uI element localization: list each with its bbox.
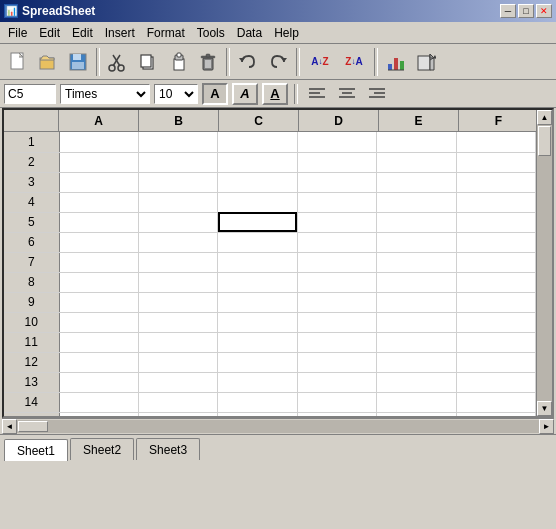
restore-button[interactable]: □	[518, 4, 534, 18]
cell-D10[interactable]	[297, 312, 376, 332]
cell-B4[interactable]	[138, 192, 217, 212]
cell-C6[interactable]	[218, 232, 297, 252]
cell-E13[interactable]	[377, 372, 456, 392]
menu-insert[interactable]: Insert	[99, 24, 141, 42]
paste-button[interactable]	[164, 48, 192, 76]
col-header-d[interactable]: D	[299, 110, 379, 131]
cell-E3[interactable]	[377, 172, 456, 192]
cut-button[interactable]	[104, 48, 132, 76]
minimize-button[interactable]: ─	[500, 4, 516, 18]
vertical-scrollbar[interactable]: ▲ ▼	[536, 110, 552, 416]
cell-D4[interactable]	[297, 192, 376, 212]
undo-button[interactable]	[234, 48, 262, 76]
cell-F10[interactable]	[456, 312, 535, 332]
cell-A7[interactable]	[59, 252, 138, 272]
row-num-8[interactable]: 8	[4, 272, 59, 292]
cell-D2[interactable]	[297, 152, 376, 172]
horizontal-scrollbar[interactable]: ◄ ►	[2, 418, 554, 434]
cell-C1[interactable]	[218, 132, 297, 152]
cell-A12[interactable]	[59, 352, 138, 372]
sheet-tab-3[interactable]: Sheet3	[136, 438, 200, 460]
cell-B3[interactable]	[138, 172, 217, 192]
cell-B1[interactable]	[138, 132, 217, 152]
cell-D3[interactable]	[297, 172, 376, 192]
cell-F6[interactable]	[456, 232, 535, 252]
cell-C3[interactable]	[218, 172, 297, 192]
row-num-13[interactable]: 13	[4, 372, 59, 392]
cell-C14[interactable]	[218, 392, 297, 412]
cell-E10[interactable]	[377, 312, 456, 332]
cell-F5[interactable]	[456, 212, 535, 232]
cell-C10[interactable]	[218, 312, 297, 332]
cell-D12[interactable]	[297, 352, 376, 372]
cell-C8[interactable]	[218, 272, 297, 292]
cell-F4[interactable]	[456, 192, 535, 212]
italic-button[interactable]: A	[232, 83, 258, 105]
cell-F1[interactable]	[456, 132, 535, 152]
col-header-a[interactable]: A	[59, 110, 139, 131]
cell-C2[interactable]	[218, 152, 297, 172]
col-header-c[interactable]: C	[219, 110, 299, 131]
chart-button[interactable]	[382, 48, 410, 76]
scroll-thumb-v[interactable]	[538, 126, 551, 156]
sort-asc-button[interactable]: A↓Z	[304, 48, 336, 76]
row-num-12[interactable]: 12	[4, 352, 59, 372]
cell-A6[interactable]	[59, 232, 138, 252]
cell-D15[interactable]	[297, 412, 376, 416]
scroll-left-button[interactable]: ◄	[2, 419, 17, 434]
cell-B11[interactable]	[138, 332, 217, 352]
cell-A13[interactable]	[59, 372, 138, 392]
underline-button[interactable]: A	[262, 83, 288, 105]
cell-C4[interactable]	[218, 192, 297, 212]
open-button[interactable]	[34, 48, 62, 76]
row-num-15[interactable]: 15	[4, 412, 59, 416]
row-num-11[interactable]: 11	[4, 332, 59, 352]
cell-D5[interactable]	[297, 212, 376, 232]
cell-A2[interactable]	[59, 152, 138, 172]
row-num-3[interactable]: 3	[4, 172, 59, 192]
cell-D8[interactable]	[297, 272, 376, 292]
cell-C7[interactable]	[218, 252, 297, 272]
cell-B9[interactable]	[138, 292, 217, 312]
cell-A15[interactable]	[59, 412, 138, 416]
delete-button[interactable]	[194, 48, 222, 76]
scroll-track-h[interactable]	[17, 420, 539, 433]
cell-F3[interactable]	[456, 172, 535, 192]
cell-F7[interactable]	[456, 252, 535, 272]
cell-A11[interactable]	[59, 332, 138, 352]
cell-B12[interactable]	[138, 352, 217, 372]
cell-D13[interactable]	[297, 372, 376, 392]
cell-E1[interactable]	[377, 132, 456, 152]
cell-A5[interactable]	[59, 212, 138, 232]
align-center-button[interactable]	[334, 83, 360, 105]
cell-D11[interactable]	[297, 332, 376, 352]
sheet-tab-2[interactable]: Sheet2	[70, 438, 134, 460]
cell-E15[interactable]	[377, 412, 456, 416]
cell-D7[interactable]	[297, 252, 376, 272]
cell-F11[interactable]	[456, 332, 535, 352]
cell-F14[interactable]	[456, 392, 535, 412]
cell-A8[interactable]	[59, 272, 138, 292]
export-button[interactable]	[412, 48, 440, 76]
cell-E8[interactable]	[377, 272, 456, 292]
font-size-select[interactable]: 10 8 9 11 12 14	[154, 84, 198, 104]
cell-E11[interactable]	[377, 332, 456, 352]
save-button[interactable]	[64, 48, 92, 76]
menu-edit-1[interactable]: Edit	[33, 24, 66, 42]
cell-F9[interactable]	[456, 292, 535, 312]
row-num-1[interactable]: 1	[4, 132, 59, 152]
cell-E5[interactable]	[377, 212, 456, 232]
cell-E7[interactable]	[377, 252, 456, 272]
menu-help[interactable]: Help	[268, 24, 305, 42]
row-num-9[interactable]: 9	[4, 292, 59, 312]
menu-tools[interactable]: Tools	[191, 24, 231, 42]
row-num-10[interactable]: 10	[4, 312, 59, 332]
sort-desc-button[interactable]: Z↓A	[338, 48, 370, 76]
cell-B7[interactable]	[138, 252, 217, 272]
cell-F12[interactable]	[456, 352, 535, 372]
cell-A3[interactable]	[59, 172, 138, 192]
cell-D1[interactable]	[297, 132, 376, 152]
close-button[interactable]: ✕	[536, 4, 552, 18]
col-header-b[interactable]: B	[139, 110, 219, 131]
cell-D6[interactable]	[297, 232, 376, 252]
